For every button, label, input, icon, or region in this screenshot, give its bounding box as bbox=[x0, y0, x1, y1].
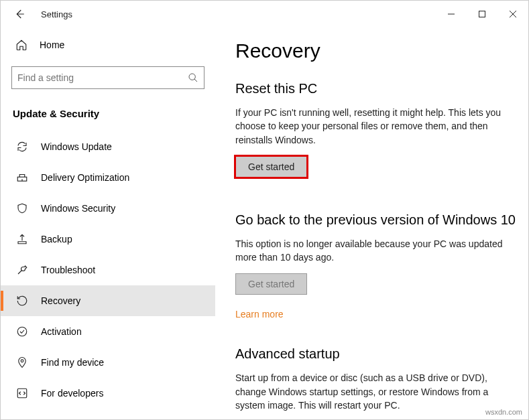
sidebar-item-label: Delivery Optimization bbox=[41, 172, 129, 183]
sidebar-item-label: Activation bbox=[41, 326, 82, 337]
recovery-icon bbox=[15, 295, 29, 307]
advanced-body: Start up from a device or disc (such as … bbox=[235, 371, 516, 412]
minimize-icon bbox=[447, 10, 455, 18]
sidebar-item-troubleshoot[interactable]: Troubleshoot bbox=[1, 255, 215, 285]
svg-point-4 bbox=[189, 74, 195, 80]
developer-icon bbox=[15, 387, 29, 399]
window-controls bbox=[436, 4, 528, 24]
svg-rect-1 bbox=[479, 11, 485, 17]
home-label: Home bbox=[40, 40, 64, 50]
sidebar-item-label: For developers bbox=[41, 388, 103, 399]
sidebar-item-label: Windows Update bbox=[41, 141, 112, 152]
content: Recovery Reset this PC If your PC isn't … bbox=[215, 27, 528, 419]
sidebar-item-recovery[interactable]: Recovery bbox=[1, 285, 215, 316]
shield-icon bbox=[15, 202, 29, 214]
sidebar-item-windows-security[interactable]: Windows Security bbox=[1, 193, 215, 224]
advanced-heading: Advanced startup bbox=[235, 346, 516, 362]
wrench-icon bbox=[15, 264, 29, 276]
minimize-button[interactable] bbox=[436, 4, 467, 24]
sidebar-item-label: Recovery bbox=[41, 295, 80, 306]
home-icon bbox=[15, 39, 27, 51]
goback-heading: Go back to the previous version of Windo… bbox=[235, 212, 516, 228]
sidebar-item-find-my-device[interactable]: Find my device bbox=[1, 347, 215, 378]
sync-icon bbox=[15, 141, 29, 153]
settings-window: Settings Home bbox=[0, 0, 529, 420]
sidebar-item-label: Windows Security bbox=[41, 203, 115, 214]
back-arrow-icon bbox=[13, 8, 25, 20]
svg-point-8 bbox=[21, 360, 23, 362]
window-title: Settings bbox=[41, 9, 72, 19]
goback-body: This option is no longer available becau… bbox=[235, 237, 516, 265]
sidebar-item-windows-update[interactable]: Windows Update bbox=[1, 131, 215, 162]
sidebar-item-label: Troubleshoot bbox=[41, 265, 95, 275]
nav-list: Windows Update Delivery Optimization Win… bbox=[1, 131, 215, 409]
sidebar-item-for-developers[interactable]: For developers bbox=[1, 378, 215, 409]
titlebar: Settings bbox=[1, 1, 528, 27]
search-input[interactable] bbox=[17, 72, 188, 83]
maximize-icon bbox=[478, 10, 486, 18]
back-button[interactable] bbox=[11, 8, 27, 20]
delivery-icon bbox=[15, 171, 29, 184]
search-box[interactable] bbox=[11, 66, 204, 89]
reset-get-started-button[interactable]: Get started bbox=[235, 156, 307, 178]
sidebar-item-label: Find my device bbox=[41, 357, 104, 368]
maximize-button[interactable] bbox=[467, 4, 497, 24]
reset-body: If your PC isn't running well, resetting… bbox=[235, 106, 516, 147]
svg-point-7 bbox=[17, 327, 27, 336]
search-icon bbox=[188, 72, 198, 83]
close-button[interactable] bbox=[497, 4, 528, 24]
sidebar-item-backup[interactable]: Backup bbox=[1, 224, 215, 255]
sidebar: Home Update & Security Windows Update bbox=[1, 27, 215, 419]
backup-icon bbox=[15, 233, 29, 245]
sidebar-item-delivery-optimization[interactable]: Delivery Optimization bbox=[1, 162, 215, 193]
check-circle-icon bbox=[15, 326, 29, 338]
location-icon bbox=[15, 356, 29, 368]
home-button[interactable]: Home bbox=[11, 31, 204, 58]
watermark: wsxdn.com bbox=[485, 408, 522, 416]
close-icon bbox=[509, 10, 517, 18]
sidebar-item-label: Backup bbox=[41, 234, 72, 244]
goback-get-started-button: Get started bbox=[235, 273, 307, 295]
svg-line-5 bbox=[194, 79, 197, 82]
section-title: Update & Security bbox=[11, 108, 204, 119]
reset-heading: Reset this PC bbox=[235, 81, 516, 96]
page-title: Recovery bbox=[235, 40, 516, 62]
learn-more-link[interactable]: Learn more bbox=[235, 309, 284, 320]
sidebar-item-activation[interactable]: Activation bbox=[1, 316, 215, 347]
